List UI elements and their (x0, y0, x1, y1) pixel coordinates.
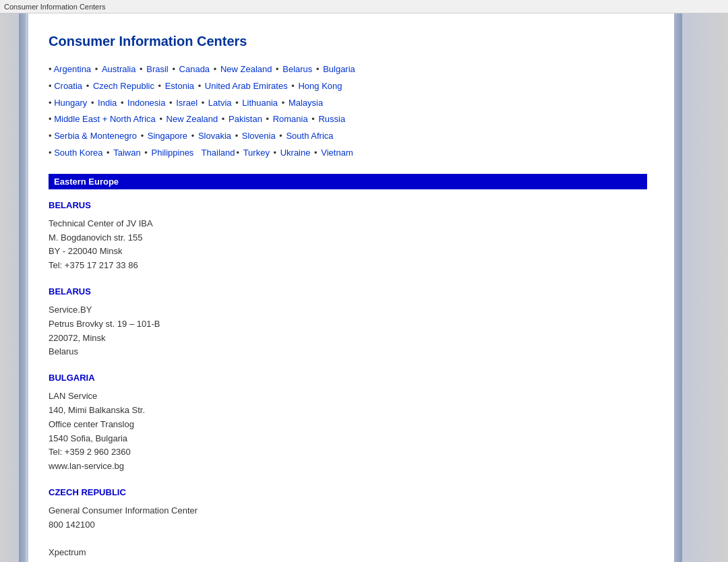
page-title: Consumer Information Centers (49, 34, 647, 49)
link-pakistan[interactable]: Pakistan (229, 114, 262, 124)
country-header-bulgaria: BULGARIA (49, 373, 647, 383)
links-line-2: Croatia • Czech Republic • Estonia • Uni… (49, 80, 647, 94)
link-middle-east[interactable]: Middle East + North Africa (54, 114, 156, 124)
link-indonesia[interactable]: Indonesia (127, 98, 165, 108)
links-section: Argentina • Australia • Brasil • Canada … (49, 63, 647, 160)
left-sidebar (0, 13, 28, 562)
link-argentina[interactable]: Argentina (53, 64, 91, 74)
link-bulgaria[interactable]: Bulgaria (323, 64, 355, 74)
link-new-zealand-1[interactable]: New Zealand (220, 64, 272, 74)
links-line-6: South Korea • Taiwan • Philippines Thail… (49, 146, 647, 160)
info-block-belarus-2: Service.BY Petrus Brovky st. 19 – 101-B … (49, 303, 647, 359)
right-sidebar (674, 13, 728, 562)
link-estonia[interactable]: Estonia (165, 81, 194, 91)
link-czech-republic[interactable]: Czech Republic (93, 81, 154, 91)
link-russia[interactable]: Russia (318, 114, 345, 124)
link-thailand[interactable]: Thailand (202, 148, 235, 158)
title-bar-text: Consumer Information Centers (4, 3, 105, 11)
link-ukraine[interactable]: Ukraine (280, 148, 311, 158)
link-australia[interactable]: Australia (102, 64, 136, 74)
info-block-belarus-1: Technical Center of JV IBA M. Bogdanovic… (49, 217, 647, 273)
country-section-czech-republic: CZECH REPUBLIC General Consumer Informat… (49, 487, 647, 562)
link-lithuania[interactable]: Lithuania (242, 98, 278, 108)
main-content: Consumer Information Centers Argentina •… (28, 13, 674, 562)
link-uae[interactable]: United Arab Emirates (205, 81, 288, 91)
info-block-czech-republic: General Consumer Information Center 800 … (49, 504, 647, 562)
country-section-belarus-1: BELARUS Technical Center of JV IBA M. Bo… (49, 200, 647, 273)
link-croatia[interactable]: Croatia (54, 81, 82, 91)
link-brasil[interactable]: Brasil (146, 64, 169, 74)
link-slovakia[interactable]: Slovakia (198, 131, 231, 141)
info-block-bulgaria: LAN Service 140, Mimi Balkanska Str. Off… (49, 389, 647, 474)
link-israel[interactable]: Israel (176, 98, 198, 108)
links-line-5: Serbia & Montenegro • Singapore • Slovak… (49, 129, 647, 144)
country-section-bulgaria: BULGARIA LAN Service 140, Mimi Balkanska… (49, 373, 647, 474)
link-slovenia[interactable]: Slovenia (242, 131, 276, 141)
title-bar: Consumer Information Centers (0, 0, 728, 13)
link-taiwan[interactable]: Taiwan (113, 148, 140, 158)
browser-layout: Consumer Information Centers Argentina •… (0, 13, 728, 562)
link-vietnam[interactable]: Vietnam (321, 148, 353, 158)
link-belarus[interactable]: Belarus (282, 64, 312, 74)
link-canada[interactable]: Canada (179, 64, 210, 74)
link-serbia[interactable]: Serbia & Montenegro (54, 131, 137, 141)
link-hong-kong[interactable]: Hong Kong (298, 81, 342, 91)
links-line-3: Hungary • India • Indonesia • Israel • L… (49, 96, 647, 111)
country-header-belarus-2: BELARUS (49, 286, 647, 296)
country-header-czech-republic: CZECH REPUBLIC (49, 487, 647, 497)
link-singapore[interactable]: Singapore (148, 131, 187, 141)
link-latvia[interactable]: Latvia (208, 98, 232, 108)
link-romania[interactable]: Romania (273, 114, 308, 124)
link-philippines[interactable]: Philippines (151, 148, 193, 158)
link-malaysia[interactable]: Malaysia (289, 98, 323, 108)
country-section-belarus-2: BELARUS Service.BY Petrus Brovky st. 19 … (49, 286, 647, 359)
link-new-zealand-2[interactable]: New Zealand (166, 114, 218, 124)
links-line-1: Argentina • Australia • Brasil • Canada … (49, 63, 647, 77)
link-india[interactable]: India (98, 98, 117, 108)
link-south-korea[interactable]: South Korea (54, 148, 102, 158)
link-south-africa[interactable]: South Africa (286, 131, 333, 141)
section-header-eastern-europe: Eastern Europe (49, 174, 647, 189)
links-line-4: Middle East + North Africa • New Zealand… (49, 113, 647, 127)
country-header-belarus-1: BELARUS (49, 200, 647, 210)
link-hungary[interactable]: Hungary (54, 98, 87, 108)
link-turkey[interactable]: Turkey (243, 148, 270, 158)
